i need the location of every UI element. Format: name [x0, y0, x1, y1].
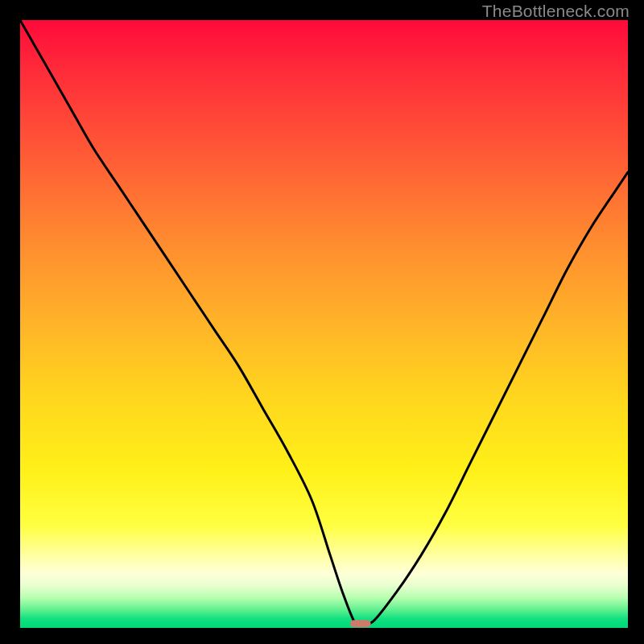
chart-frame: TheBottleneck.com: [0, 0, 644, 644]
bottleneck-curve: [20, 20, 628, 624]
watermark-text: TheBottleneck.com: [482, 2, 630, 21]
bottleneck-curve-svg: [20, 20, 628, 628]
svg-rect-0: [350, 620, 371, 627]
plot-area: [20, 20, 628, 628]
optimum-marker: [350, 620, 371, 627]
